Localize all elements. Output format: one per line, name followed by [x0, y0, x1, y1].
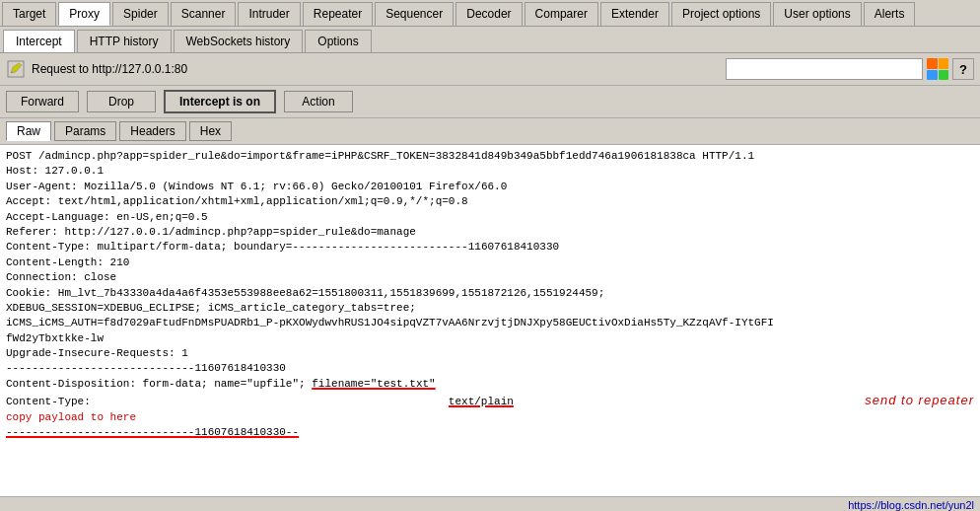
sub-tab-bar: Intercept HTTP history WebSockets histor… [0, 27, 980, 53]
tab-intercept[interactable]: Intercept [3, 30, 75, 52]
content-line: -----------------------------11607618410… [6, 361, 974, 376]
content-line: Accept-Language: en-US,en;q=0.5 [6, 210, 974, 225]
content-line: Host: 127.0.0.1 [6, 164, 974, 179]
format-tab-raw[interactable]: Raw [6, 121, 51, 141]
menu-tab-comparer[interactable]: Comparer [525, 2, 598, 26]
format-bar: Raw Params Headers Hex [0, 118, 980, 145]
menu-tab-target[interactable]: Target [2, 2, 56, 26]
tab-http-history[interactable]: HTTP history [77, 30, 172, 52]
intercept-button[interactable]: Intercept is on [164, 90, 276, 113]
send-to-repeater-label: send to repeater [865, 392, 974, 409]
toolbar-info: Request to http://127.0.0.1:80 [6, 59, 720, 79]
tab-options[interactable]: Options [305, 30, 371, 52]
content-line: Content-Length: 210 [6, 256, 974, 270]
content-line: User-Agent: Mozilla/5.0 (Windows NT 6.1;… [6, 180, 974, 194]
menu-tab-intruder[interactable]: Intruder [238, 2, 300, 26]
content-line: Cookie: Hm_lvt_7b43330a4da4a6f4353e55398… [6, 286, 974, 301]
content-line: Connection: close [6, 270, 974, 285]
content-line: Content-Disposition: form-data; name="up… [6, 377, 974, 392]
content-line: Accept: text/html,application/xhtml+xml,… [6, 194, 974, 209]
menu-tab-spider[interactable]: Spider [112, 2, 169, 26]
content-line: -----------------------------11607618410… [6, 425, 974, 440]
status-bar: https://blog.csdn.net/yun2l [0, 496, 980, 511]
menu-tab-sequencer[interactable]: Sequencer [375, 2, 454, 26]
search-input[interactable] [726, 58, 923, 80]
help-button[interactable]: ? [952, 58, 974, 80]
menu-tab-repeater[interactable]: Repeater [303, 2, 373, 26]
menu-tab-proxy[interactable]: Proxy [58, 2, 110, 26]
edit-icon [6, 59, 26, 79]
content-line: Content-Type: multipart/form-data; bound… [6, 240, 974, 255]
content-line: Upgrade-Insecure-Requests: 1 [6, 346, 974, 361]
menu-tab-decoder[interactable]: Decoder [455, 2, 522, 26]
format-tab-params[interactable]: Params [54, 121, 116, 141]
action-button[interactable]: Action [284, 91, 353, 112]
content-line: Referer: http://127.0.0.1/admincp.php?ap… [6, 225, 974, 240]
content-line: iCMS_iCMS_AUTH=f8d7029aFtudFnDMsPUADRb1_… [6, 316, 974, 330]
action-bar: Forward Drop Intercept is on Action [0, 86, 980, 118]
highlight-colors[interactable] [927, 58, 948, 80]
menu-tab-alerts[interactable]: Alerts [864, 2, 916, 26]
content-line: Content-Type: text/plainsend to repeater [6, 392, 974, 409]
forward-button[interactable]: Forward [6, 91, 79, 112]
format-tab-hex[interactable]: Hex [189, 121, 232, 141]
content-line: POST /admincp.php?app=spider_rule&do=imp… [6, 149, 974, 164]
content-area[interactable]: POST /admincp.php?app=spider_rule&do=imp… [0, 145, 980, 496]
tab-websockets-history[interactable]: WebSockets history [174, 30, 304, 52]
content-line: XDEBUG_SESSION=XDEBUG_ECLIPSE; iCMS_arti… [6, 301, 974, 316]
format-tab-headers[interactable]: Headers [119, 121, 185, 141]
content-wrapper: POST /admincp.php?app=spider_rule&do=imp… [0, 145, 980, 496]
drop-button[interactable]: Drop [87, 91, 156, 112]
content-line: copy payload to here [6, 410, 974, 425]
menu-tab-user-options[interactable]: User options [773, 2, 861, 26]
request-label: Request to http://127.0.0.1:80 [32, 62, 187, 76]
toolbar-right: ? [726, 58, 974, 80]
menu-tab-extender[interactable]: Extender [600, 2, 669, 26]
menu-tab-scanner[interactable]: Scanner [171, 2, 237, 26]
toolbar: Request to http://127.0.0.1:80 ? [0, 53, 980, 86]
content-line: fWd2yTbxtkke-lw [6, 331, 974, 346]
menu-bar: Target Proxy Spider Scanner Intruder Rep… [0, 0, 980, 27]
menu-tab-project-options[interactable]: Project options [671, 2, 771, 26]
